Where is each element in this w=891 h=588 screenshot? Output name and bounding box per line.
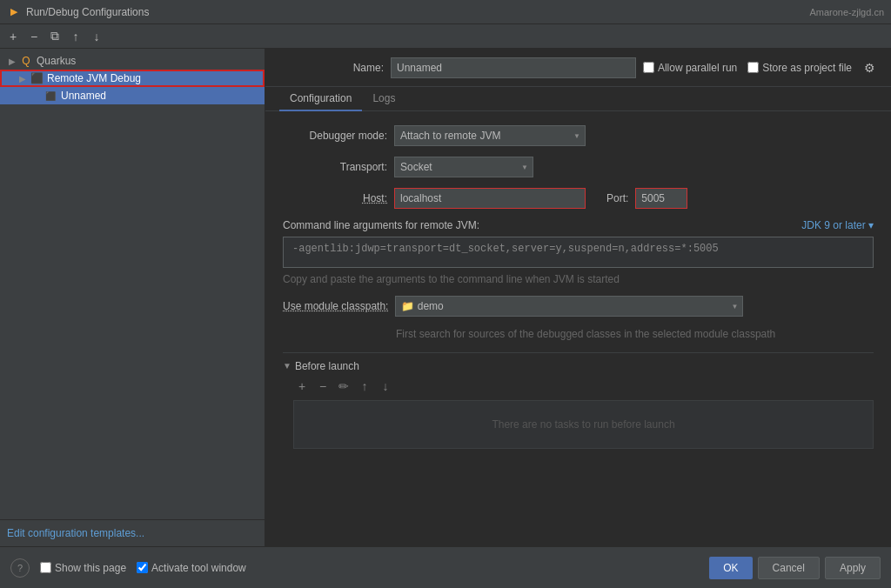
quarkus-label: Quarkus xyxy=(37,55,76,67)
transport-select[interactable]: Socket Shared memory xyxy=(394,157,533,177)
before-launch-empty: There are no tasks to run before launch xyxy=(293,400,874,449)
store-as-project-label[interactable]: Store as project file xyxy=(747,62,852,74)
copy-config-button[interactable]: ⧉ xyxy=(45,27,64,46)
toolbar: + − ⧉ ↑ ↓ xyxy=(0,24,891,49)
move-down-button[interactable]: ↓ xyxy=(87,27,106,46)
dialog-footer: ? Show this page Activate tool window OK… xyxy=(0,546,891,588)
tree-view: ▶ Q Quarkus ▶ ⬛ Remote JVM Debug ⬛ Unnam… xyxy=(0,49,265,519)
host-port-row: Host: Port: xyxy=(283,188,874,209)
transport-label: Transport: xyxy=(283,161,387,173)
sidebar: ▶ Q Quarkus ▶ ⬛ Remote JVM Debug ⬛ Unnam… xyxy=(0,49,265,546)
before-launch-label: Before launch xyxy=(295,360,359,372)
before-launch-add-btn[interactable]: + xyxy=(293,378,311,395)
allow-parallel-label[interactable]: Allow parallel run xyxy=(643,62,737,74)
add-config-button[interactable]: + xyxy=(3,27,23,46)
dialog-title: Run/Debug Configurations xyxy=(26,6,809,18)
activate-tool-checkbox-label[interactable]: Activate tool window xyxy=(137,562,246,574)
config-name-input[interactable] xyxy=(391,57,636,78)
module-select-wrapper: 📁 demo xyxy=(395,296,743,317)
before-launch-toolbar: + − ✏ ↑ ↓ xyxy=(293,378,874,395)
transport-select-wrapper: Socket Shared memory xyxy=(394,157,533,177)
remote-jvm-label: Remote JVM Debug xyxy=(47,72,141,84)
module-classpath-row: Use module classpath: 📁 demo xyxy=(283,296,874,317)
cmdline-header: Command line arguments for remote JVM: J… xyxy=(283,219,874,231)
debugger-mode-row: Debugger mode: Attach to remote JVM List… xyxy=(283,125,874,146)
sidebar-footer: Edit configuration templates... xyxy=(0,519,265,546)
footer-checkboxes: Show this page Activate tool window xyxy=(40,562,246,574)
move-up-button[interactable]: ↑ xyxy=(66,27,85,46)
host-input[interactable] xyxy=(394,188,586,209)
tab-configuration[interactable]: Configuration xyxy=(279,87,362,111)
gear-button[interactable]: ⚙ xyxy=(862,61,877,75)
unnamed-label: Unnamed xyxy=(61,90,106,102)
name-label: Name: xyxy=(279,62,384,74)
before-launch-header: ▼ Before launch xyxy=(283,360,874,372)
module-hint: First search for sources of the debugged… xyxy=(396,327,831,342)
expand-arrow-unnamed xyxy=(31,90,42,101)
module-select[interactable]: 📁 demo xyxy=(395,296,743,317)
debugger-mode-select-wrapper: Attach to remote JVM Listen to remote JV… xyxy=(394,125,586,146)
before-launch-remove-btn[interactable]: − xyxy=(314,378,332,395)
host-label: Host: xyxy=(283,192,387,204)
allow-parallel-checkbox[interactable] xyxy=(643,62,654,73)
collapse-before-launch[interactable]: ▼ xyxy=(283,361,291,371)
before-launch-edit-btn[interactable]: ✏ xyxy=(335,378,352,395)
use-module-label: Use module classpath: xyxy=(283,300,388,312)
tab-logs[interactable]: Logs xyxy=(362,87,405,111)
jdk-link[interactable]: JDK 9 or later ▾ xyxy=(801,219,874,231)
cmdline-box: -agentlib:jdwp=transport=dt_socket,serve… xyxy=(283,237,874,268)
apply-button[interactable]: Apply xyxy=(825,557,881,579)
before-launch-section: ▼ Before launch + − ✏ ↑ ↓ There are no t… xyxy=(283,352,874,449)
debugger-mode-label: Debugger mode: xyxy=(283,130,387,142)
content-panel: Name: Allow parallel run Store as projec… xyxy=(265,49,891,546)
footer-left: ? Show this page Activate tool window xyxy=(10,558,246,578)
port-input[interactable] xyxy=(635,188,687,209)
sidebar-item-remote-jvm-debug[interactable]: ▶ ⬛ Remote JVM Debug xyxy=(0,70,265,87)
sidebar-item-quarkus[interactable]: ▶ Q Quarkus xyxy=(0,52,265,70)
main-layout: ▶ Q Quarkus ▶ ⬛ Remote JVM Debug ⬛ Unnam… xyxy=(0,49,891,546)
config-header: Name: Allow parallel run Store as projec… xyxy=(265,49,891,87)
cancel-button[interactable]: Cancel xyxy=(758,557,820,579)
store-as-project-checkbox[interactable] xyxy=(747,62,759,73)
cmdline-section: Command line arguments for remote JVM: J… xyxy=(283,219,874,285)
title-bar: ▶ Run/Debug Configurations Amarone-zjlgd… xyxy=(0,0,891,24)
user-info: Amarone-zjlgd.cn xyxy=(809,7,884,17)
remove-config-button[interactable]: − xyxy=(24,27,44,46)
expand-arrow-remote-jvm: ▶ xyxy=(17,73,28,84)
unnamed-icon: ⬛ xyxy=(44,89,57,103)
port-label: Port: xyxy=(606,192,628,204)
show-page-checkbox-label[interactable]: Show this page xyxy=(40,562,126,574)
before-launch-down-btn[interactable]: ↓ xyxy=(377,378,394,395)
cmdline-hint: Copy and paste the arguments to the comm… xyxy=(283,273,874,285)
transport-row: Transport: Socket Shared memory xyxy=(283,157,874,177)
expand-arrow-quarkus: ▶ xyxy=(7,56,17,66)
quarkus-icon: Q xyxy=(19,54,33,68)
activate-tool-checkbox[interactable] xyxy=(137,562,148,573)
tabs-bar: Configuration Logs xyxy=(265,87,891,111)
debugger-mode-select[interactable]: Attach to remote JVM Listen to remote JV… xyxy=(394,125,586,146)
show-page-checkbox[interactable] xyxy=(40,562,51,573)
before-launch-up-btn[interactable]: ↑ xyxy=(356,378,373,395)
edit-templates-link[interactable]: Edit configuration templates... xyxy=(7,527,144,539)
app-icon: ▶ xyxy=(7,5,21,19)
header-right: Allow parallel run Store as project file… xyxy=(643,61,877,75)
content-body: Debugger mode: Attach to remote JVM List… xyxy=(265,111,891,546)
sidebar-item-unnamed[interactable]: ⬛ Unnamed xyxy=(0,87,265,104)
ok-button[interactable]: OK xyxy=(709,557,752,579)
footer-right: OK Cancel Apply xyxy=(709,557,881,579)
cmdline-label: Command line arguments for remote JVM: xyxy=(283,219,479,231)
help-button[interactable]: ? xyxy=(10,558,30,578)
remote-jvm-icon: ⬛ xyxy=(30,71,44,85)
